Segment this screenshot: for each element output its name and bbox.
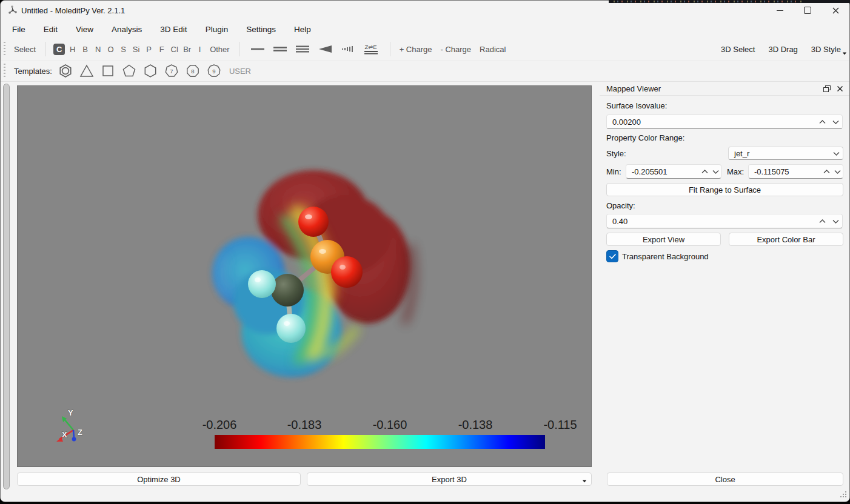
minimize-button[interactable] (766, 1, 794, 20)
optimize-3d-button[interactable]: Optimize 3D (17, 472, 301, 486)
element-button-si[interactable]: Si (131, 44, 141, 55)
minus-charge-button[interactable]: - Charge (441, 45, 472, 54)
select-tool-button[interactable]: Select (14, 45, 36, 54)
opacity-spinbox[interactable]: 0.40 (606, 214, 843, 228)
element-button-cl[interactable]: Cl (169, 44, 179, 55)
export-view-button[interactable]: Export View (606, 233, 721, 246)
style-combobox[interactable]: jet_r (728, 147, 843, 160)
axis-x-label: X (62, 430, 67, 439)
element-button-other[interactable]: Other (207, 44, 232, 55)
double-bond-button[interactable] (271, 41, 289, 57)
template-user-button[interactable]: USER (229, 67, 251, 76)
toolbar-drag-handle[interactable] (4, 42, 5, 56)
template-square-button[interactable] (99, 63, 116, 79)
resize-grip[interactable] (838, 489, 848, 499)
wedge-bond-button[interactable] (316, 41, 334, 57)
element-button-c[interactable]: C (53, 44, 65, 55)
combo-chevron-icon (829, 147, 843, 159)
template-pentagon-button[interactable] (121, 63, 138, 79)
max-spinbox[interactable]: -0.115075 (748, 164, 843, 179)
float-panel-icon[interactable] (823, 85, 831, 92)
mapped-viewer-header[interactable]: Mapped Viewer (600, 82, 849, 96)
hash-wedge-bond-button[interactable] (338, 41, 356, 57)
3d-style-button[interactable]: 3D Style (808, 43, 845, 56)
maximize-button[interactable] (794, 1, 822, 20)
fit-range-button[interactable]: Fit Range to Surface (606, 183, 843, 196)
template-7-ring-button[interactable]: 7 (163, 63, 180, 79)
app-window: Untitled - MoleditPy Ver. 2.1.1 File Edi… (0, 0, 850, 502)
colorbar-tick: -0.183 (271, 418, 338, 432)
3d-viewport[interactable]: Y X Z -0.206 -0.183 -0.160 -0.138 -0.115 (17, 85, 592, 467)
transparent-background-label: Transparent Background (622, 252, 709, 261)
menu-item-settings[interactable]: Settings (237, 21, 285, 37)
template-8-ring-button[interactable]: 8 (184, 63, 201, 79)
min-value: -0.205501 (632, 167, 699, 176)
export-colorbar-button[interactable]: Export Color Bar (729, 233, 843, 246)
menu-item-analysis[interactable]: Analysis (102, 21, 151, 37)
export-3d-label: Export 3D (432, 475, 467, 484)
double-bond-icon (272, 45, 288, 53)
oxygen-atom (298, 207, 329, 237)
bond-tools: Z⇌E (249, 41, 381, 57)
transparent-background-checkbox[interactable] (606, 250, 618, 262)
spin-up-button[interactable] (699, 165, 710, 178)
spin-down-button[interactable] (829, 115, 842, 128)
eight-ring-number: 8 (191, 68, 194, 75)
spin-up-button[interactable] (815, 214, 829, 228)
menu-item-file[interactable]: File (3, 21, 35, 37)
menu-item-3d-edit[interactable]: 3D Edit (151, 21, 196, 37)
template-benzene-button[interactable] (57, 63, 74, 79)
3d-drag-button[interactable]: 3D Drag (765, 43, 801, 56)
spin-up-button[interactable] (821, 165, 832, 178)
menu-item-plugin[interactable]: Plugin (196, 21, 238, 37)
element-button-s[interactable]: S (118, 44, 129, 55)
scrollbar-thumb[interactable] (3, 84, 10, 489)
plus-charge-button[interactable]: + Charge (400, 45, 432, 54)
menu-item-view[interactable]: View (67, 21, 102, 37)
element-button-h[interactable]: H (67, 44, 78, 55)
template-triangle-button[interactable] (78, 63, 95, 79)
element-button-n[interactable]: N (93, 44, 103, 55)
close-button[interactable] (822, 1, 849, 20)
axis-z-label: Z (78, 428, 82, 437)
element-button-o[interactable]: O (105, 44, 116, 55)
element-button-i[interactable]: I (195, 44, 205, 55)
template-9-ring-button[interactable]: 9 (206, 63, 223, 79)
3d-select-button[interactable]: 3D Select (717, 43, 758, 56)
surface-isovalue-spinbox[interactable]: 0.00200 (606, 114, 843, 129)
menu-item-help[interactable]: Help (285, 21, 320, 37)
spin-down-button[interactable] (829, 214, 842, 228)
ez-stereo-button[interactable]: Z⇌E (361, 41, 381, 57)
benzene-icon (58, 64, 73, 78)
colorbar-tick: -0.138 (442, 418, 509, 432)
spin-down-button[interactable] (832, 165, 843, 178)
toolbar-separator (45, 42, 46, 56)
nine-ring-icon: 9 (207, 64, 221, 78)
triple-bond-button[interactable] (293, 41, 312, 57)
opacity-label: Opacity: (606, 201, 635, 210)
radical-button[interactable]: Radical (480, 45, 506, 54)
toolbar-separator (239, 42, 240, 56)
vertical-scrollbar[interactable] (2, 83, 10, 490)
panel-title: Mapped Viewer (606, 84, 661, 93)
menu-item-edit[interactable]: Edit (35, 21, 67, 37)
export-3d-button[interactable]: Export 3D (307, 472, 592, 486)
toolbar-drag-handle[interactable] (4, 64, 5, 78)
title-bar[interactable]: Untitled - MoleditPy Ver. 2.1.1 (1, 1, 849, 20)
single-bond-icon (250, 45, 266, 53)
element-button-b[interactable]: B (80, 44, 90, 55)
element-button-p[interactable]: P (144, 44, 154, 55)
esp-surface (212, 170, 413, 377)
templates-toolbar: Templates: 7 (1, 61, 849, 82)
element-button-br[interactable]: Br (182, 44, 192, 55)
spin-up-button[interactable] (815, 115, 829, 128)
template-hexagon-button[interactable] (142, 63, 159, 79)
min-spinbox[interactable]: -0.205501 (626, 164, 721, 179)
single-bond-button[interactable] (249, 41, 267, 57)
close-panel-button[interactable]: Close (607, 472, 843, 486)
colorbar-tick: -0.160 (356, 418, 423, 432)
element-button-f[interactable]: F (156, 44, 167, 55)
max-value: -0.115075 (754, 167, 821, 176)
close-panel-icon[interactable] (837, 85, 843, 92)
spin-down-button[interactable] (710, 165, 721, 178)
